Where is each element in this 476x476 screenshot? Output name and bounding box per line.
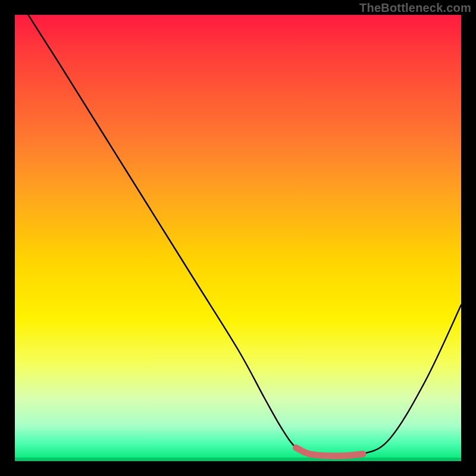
watermark-text: TheBottleneck.com — [359, 1, 471, 15]
plot-area — [15, 15, 461, 461]
chart-svg — [15, 15, 461, 461]
chart-container: TheBottleneck.com — [0, 0, 476, 476]
bottleneck-curve — [29, 15, 462, 456]
bottleneck-flat-highlight — [296, 448, 364, 456]
